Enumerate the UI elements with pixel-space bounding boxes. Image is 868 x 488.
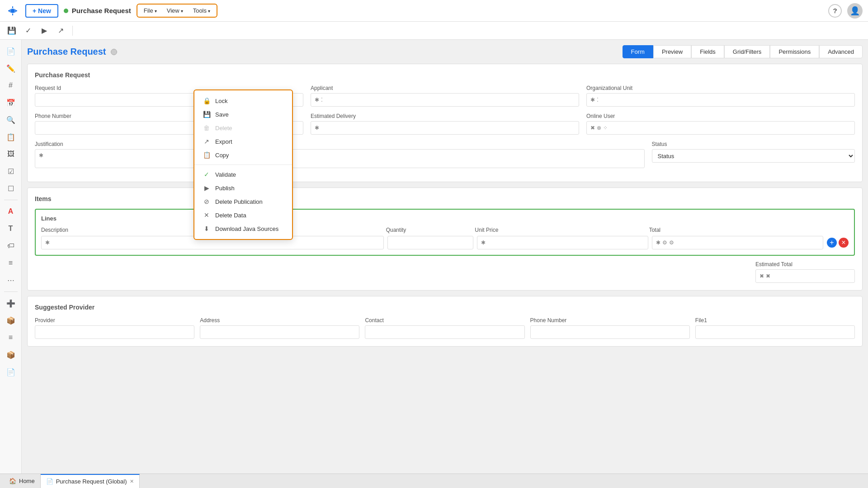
sidebar-icon-checkbox[interactable]: ☑ (3, 164, 19, 179)
est-delivery-input[interactable]: ✱ (311, 121, 579, 135)
tab-form[interactable]: Form (623, 45, 653, 58)
delete-pub-icon: ⊘ (203, 198, 211, 205)
tools-menu-btn[interactable]: Tools (189, 5, 215, 16)
sidebar-sep1 (4, 200, 18, 200)
line-asterisk: ✱ (45, 239, 50, 246)
asterisk-icon: ✱ (315, 97, 319, 103)
purchase-request-tab[interactable]: 📄 Purchase Request (Global) ✕ (41, 474, 140, 488)
new-button[interactable]: + New (25, 4, 58, 18)
save-action-btn[interactable]: 💾 (5, 24, 18, 37)
line-qty-input[interactable] (387, 236, 473, 249)
lines-title: Lines (41, 215, 849, 222)
svg-point-0 (11, 9, 14, 13)
circle-icon: ⊗ (597, 125, 601, 131)
sidebar-icon-t[interactable]: T (3, 221, 19, 236)
line-total-input[interactable]: ✱ ⚙ ⚙ (652, 236, 823, 249)
address-input[interactable] (200, 325, 359, 339)
online-user-input[interactable]: ✖ ⊗ ⁘ (586, 121, 855, 135)
menu-copy[interactable]: 📋 Copy (194, 148, 292, 162)
org-unit-group: Organizational Unit ✱ ⁚ (586, 85, 855, 107)
sidebar-icon-a[interactable]: A (3, 204, 19, 219)
menu-delete: 🗑 Delete (194, 121, 292, 135)
line-asterisk2: ✱ (481, 239, 486, 246)
bottom-bar: 🏠 Home 📄 Purchase Request (Global) ✕ (0, 474, 868, 488)
add-line-btn[interactable]: + (827, 238, 837, 248)
status-select[interactable]: Status (652, 149, 855, 163)
file1-group: File1 (695, 317, 855, 339)
line-actions: + × (827, 238, 849, 248)
justification-label: Justification (35, 141, 645, 147)
est-total-group: Estimated Total ✖ ✖ (755, 261, 855, 283)
tab-fields[interactable]: Fields (691, 45, 724, 58)
org-unit-input[interactable]: ✱ ⁚ (586, 93, 855, 107)
tab-advanced[interactable]: Advanced (819, 45, 863, 58)
delete-data-icon: ✕ (203, 211, 211, 219)
sidebar-icon-box2[interactable]: 📦 (3, 347, 19, 362)
sidebar-icon-check[interactable]: ☐ (3, 181, 19, 196)
content-area: Purchase Request Form Preview Fields Gri… (22, 40, 868, 474)
menu-save[interactable]: 💾 Save (194, 108, 292, 121)
sidebar-icon-align[interactable]: ≡ (3, 255, 19, 271)
export-icon: ↗ (203, 138, 211, 145)
validate-action-btn[interactable]: ✓ (22, 24, 34, 37)
sidebar-icon-image[interactable]: 🖼 (3, 146, 19, 162)
menu-delete-data[interactable]: ✕ Delete Data (194, 208, 292, 222)
justification-input[interactable]: ✱ (35, 149, 645, 168)
action-divider (72, 26, 73, 36)
publish-action-btn[interactable]: ▶ (38, 24, 51, 37)
file-menu-btn[interactable]: File (139, 5, 161, 16)
contact-input[interactable] (365, 325, 524, 339)
sidebar-icon-page[interactable]: 📄 (3, 364, 19, 380)
home-tab[interactable]: 🏠 Home (4, 474, 41, 488)
sidebar-icon-more[interactable]: ⋯ (3, 272, 19, 288)
online-user-label: Online User (586, 113, 855, 119)
user-avatar[interactable]: 👤 (847, 3, 863, 19)
help-button[interactable]: ? (828, 4, 842, 18)
est-total-input[interactable]: ✖ ✖ (755, 269, 855, 283)
sidebar-icon-calendar[interactable]: 📅 (3, 95, 19, 110)
dots-icon2: ⁚ (597, 97, 599, 103)
sidebar-icon-tag[interactable]: 🏷 (3, 238, 19, 253)
sidebar-sep2 (4, 291, 18, 292)
sidebar-icon-list[interactable]: ≡ (3, 330, 19, 345)
menu-validate[interactable]: ✓ Validate (194, 168, 292, 181)
tab-grid-filters[interactable]: Grid/Filters (724, 45, 770, 58)
tab-close-btn[interactable]: ✕ (130, 479, 134, 484)
sidebar-icon-hash[interactable]: # (3, 78, 19, 93)
sidebar-icon-document[interactable]: 📄 (3, 43, 19, 59)
download-java-icon: ⬇ (203, 225, 211, 232)
document-title: Purchase Request (64, 7, 131, 14)
publish-icon: ▶ (203, 184, 211, 192)
dropdown-sep (194, 164, 292, 165)
sidebar-icon-edit[interactable]: ✏️ (3, 61, 19, 76)
est-total-row: Estimated Total ✖ ✖ (35, 261, 855, 283)
sidebar-icon-file[interactable]: 📋 (3, 129, 19, 145)
left-sidebar: 📄 ✏️ # 📅 🔍 📋 🖼 ☑ ☐ A T 🏷 ≡ ⋯ ➕ 📦 ≡ 📦 📄 (0, 40, 22, 474)
app-logo[interactable] (5, 4, 20, 18)
address-group: Address (200, 317, 359, 339)
menu-delete-pub[interactable]: ⊘ Delete Publication (194, 195, 292, 208)
items-card: Items Lines Description Quantity Unit Pr… (27, 188, 863, 291)
menu-download-java[interactable]: ⬇ Download Java Sources (194, 222, 292, 235)
page-status-dot (111, 49, 117, 55)
tab-preview[interactable]: Preview (653, 45, 691, 58)
menu-export[interactable]: ↗ Export (194, 135, 292, 148)
menu-publish[interactable]: ▶ Publish (194, 181, 292, 195)
status-group: Status Status (652, 141, 855, 163)
remove-line-btn[interactable]: × (839, 238, 849, 248)
file1-input[interactable] (695, 325, 855, 339)
provider-input[interactable] (35, 325, 194, 339)
applicant-input[interactable]: ✱ ⁚ (311, 93, 579, 107)
provider-phone-input[interactable] (530, 325, 690, 339)
sidebar-icon-add[interactable]: ➕ (3, 296, 19, 311)
tab-permissions[interactable]: Permissions (770, 45, 819, 58)
view-menu-btn[interactable]: View (162, 5, 188, 16)
export-action-btn[interactable]: ↗ (54, 24, 67, 37)
total-col-label: Total (649, 227, 660, 233)
purchase-request-card-title: Purchase Request (35, 71, 855, 79)
sidebar-icon-search[interactable]: 🔍 (3, 112, 19, 127)
dots-icon: ⁚ (321, 97, 323, 103)
menu-lock[interactable]: 🔒 Lock (194, 94, 292, 108)
line-up-input[interactable]: ✱ (477, 236, 648, 249)
sidebar-icon-box[interactable]: 📦 (3, 313, 19, 328)
